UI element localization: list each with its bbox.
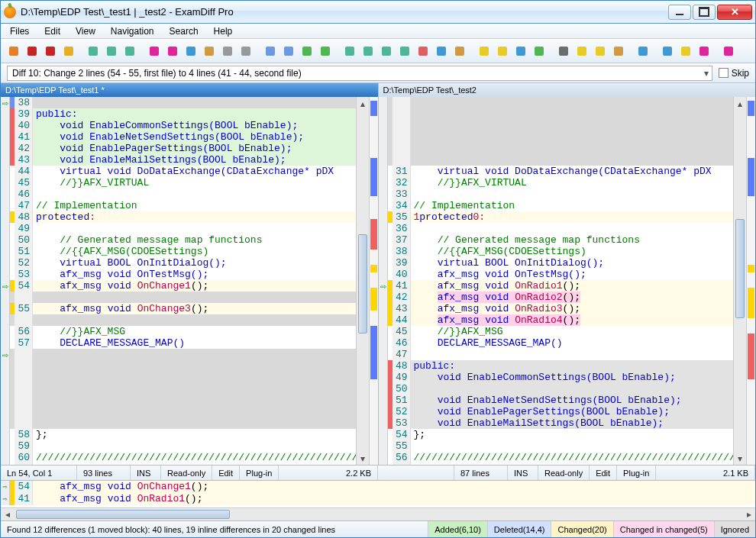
left-code[interactable]: 3839public:40 void EnableCommonSettings(… <box>10 97 356 465</box>
detail-nav-left[interactable]: ⇨ <box>1 481 10 493</box>
detail-nav-right[interactable]: ⇨ <box>1 493 10 505</box>
left-plugin: Plug-in <box>240 466 279 480</box>
svg-rect-19 <box>382 47 391 56</box>
toolbar-button-26[interactable] <box>433 43 450 60</box>
close-button[interactable]: ✕ <box>717 5 752 20</box>
toolbar-button-37[interactable] <box>610 43 627 60</box>
toolbar-button-45[interactable] <box>720 43 737 60</box>
svg-rect-2 <box>46 47 55 56</box>
svg-rect-13 <box>266 47 275 56</box>
toolbar-button-14[interactable] <box>237 43 254 60</box>
stat-changed-in-changed: Changed in changed(5) <box>613 521 714 537</box>
right-plugin: Plug-in <box>617 466 656 480</box>
diff-dropdown-icon[interactable]: ▾ <box>700 68 712 79</box>
svg-rect-11 <box>223 47 232 56</box>
svg-rect-34 <box>681 47 690 56</box>
toolbar-button-6[interactable] <box>103 43 120 60</box>
right-ins-mode: INS <box>508 466 538 480</box>
menu-view[interactable]: View <box>69 24 102 38</box>
toolbar-button-25[interactable] <box>415 43 431 60</box>
diff-info-text[interactable]: Diff 10: Change 2 lines (54 - 55, first … <box>7 66 712 81</box>
svg-rect-18 <box>363 47 373 56</box>
toolbar-button-2[interactable] <box>42 43 59 60</box>
svg-rect-7 <box>150 47 159 56</box>
toolbar-button-3[interactable] <box>60 43 77 60</box>
left-size: 2.2 KB <box>279 466 378 480</box>
left-scrollbar[interactable]: ▴ ▾ <box>356 97 369 465</box>
toolbar-button-42[interactable] <box>677 43 694 60</box>
toolbar-button-32[interactable] <box>531 43 548 60</box>
toolbar-button-31[interactable] <box>512 43 529 60</box>
toolbar-button-18[interactable] <box>299 43 315 60</box>
toolbar-button-11[interactable] <box>183 43 199 60</box>
left-overview[interactable] <box>369 97 378 465</box>
skip-checkbox[interactable] <box>719 68 729 78</box>
detail-right-line: 41 <box>15 493 33 505</box>
svg-rect-35 <box>699 47 709 56</box>
menu-navigation[interactable]: Navigation <box>105 24 160 38</box>
toolbar-button-34[interactable] <box>555 43 572 60</box>
right-overview[interactable] <box>746 97 755 465</box>
toolbar-button-7[interactable] <box>121 43 138 60</box>
stat-deleted: Deleted(14,4) <box>487 521 551 537</box>
right-size: 2.1 KB <box>656 466 755 480</box>
toolbar-button-0[interactable] <box>5 43 22 60</box>
toolbar-button-39[interactable] <box>635 43 651 60</box>
minimize-button[interactable] <box>668 5 691 20</box>
svg-rect-5 <box>107 47 116 56</box>
maximize-button[interactable] <box>693 5 716 20</box>
toolbar-button-12[interactable] <box>201 43 218 60</box>
right-pane-path: D:\Temp\EDP Test\_test2 <box>379 83 756 97</box>
toolbar-button-23[interactable] <box>378 43 395 60</box>
toolbar-button-36[interactable] <box>592 43 609 60</box>
svg-rect-31 <box>614 47 623 56</box>
right-code[interactable]: 31 virtual void DoDataExchange(CDataExch… <box>388 97 734 465</box>
detail-right-text: afx_msg void OnRadio1(); <box>33 493 755 505</box>
toolbar-button-10[interactable] <box>164 43 181 60</box>
titlebar: D:\Temp\EDP Test\_test1 | _test2 - ExamD… <box>1 1 755 24</box>
toolbar-button-5[interactable] <box>85 43 102 60</box>
svg-rect-0 <box>9 47 18 56</box>
toolbar-button-29[interactable] <box>476 43 493 60</box>
toolbar-button-21[interactable] <box>341 43 358 60</box>
svg-rect-27 <box>535 47 544 56</box>
svg-rect-21 <box>418 47 428 56</box>
svg-rect-16 <box>321 47 330 56</box>
svg-rect-14 <box>284 47 293 56</box>
svg-rect-22 <box>437 47 446 56</box>
toolbar-button-22[interactable] <box>360 43 376 60</box>
toolbar-button-19[interactable] <box>317 43 334 60</box>
menubar: Files Edit View Navigation Search Help <box>1 24 755 39</box>
toolbar-button-1[interactable] <box>24 43 40 60</box>
menu-files[interactable]: Files <box>4 24 35 38</box>
svg-rect-36 <box>724 47 733 56</box>
right-readonly: Read-only <box>538 466 590 480</box>
svg-rect-15 <box>302 47 312 56</box>
pane-status-row: Ln 54, Col 1 93 lines INS Read-only Edit… <box>1 465 755 480</box>
toolbar-button-9[interactable] <box>146 43 163 60</box>
svg-rect-4 <box>89 47 98 56</box>
right-edit: Edit <box>590 466 617 480</box>
right-scrollbar[interactable]: ▴ ▾ <box>733 97 746 465</box>
toolbar-button-41[interactable] <box>659 43 676 60</box>
right-nav-gutter[interactable]: ⇨ <box>379 97 388 465</box>
toolbar-button-16[interactable] <box>262 43 279 60</box>
svg-rect-10 <box>205 47 214 56</box>
menu-edit[interactable]: Edit <box>38 24 66 38</box>
toolbar-button-30[interactable] <box>494 43 511 60</box>
left-nav-gutter[interactable]: ⇨ ⇨ ⇨ <box>1 97 10 465</box>
svg-rect-6 <box>125 47 134 56</box>
menu-help[interactable]: Help <box>208 24 239 38</box>
toolbar-button-35[interactable] <box>573 43 590 60</box>
toolbar-button-13[interactable] <box>219 43 236 60</box>
stat-added: Added(6,10) <box>428 521 487 537</box>
toolbar-button-43[interactable] <box>696 43 712 60</box>
diff-info-bar: Diff 10: Change 2 lines (54 - 55, first … <box>1 63 755 83</box>
left-edit: Edit <box>212 466 240 480</box>
toolbar-button-17[interactable] <box>280 43 297 60</box>
toolbar-button-24[interactable] <box>396 43 413 60</box>
menu-search[interactable]: Search <box>163 24 205 38</box>
horizontal-scrollbar[interactable]: ◂ ▸ <box>1 507 755 520</box>
left-pane: D:\Temp\EDP Test\_test1 * ⇨ ⇨ ⇨ 3839publ… <box>1 83 379 465</box>
toolbar-button-27[interactable] <box>451 43 468 60</box>
